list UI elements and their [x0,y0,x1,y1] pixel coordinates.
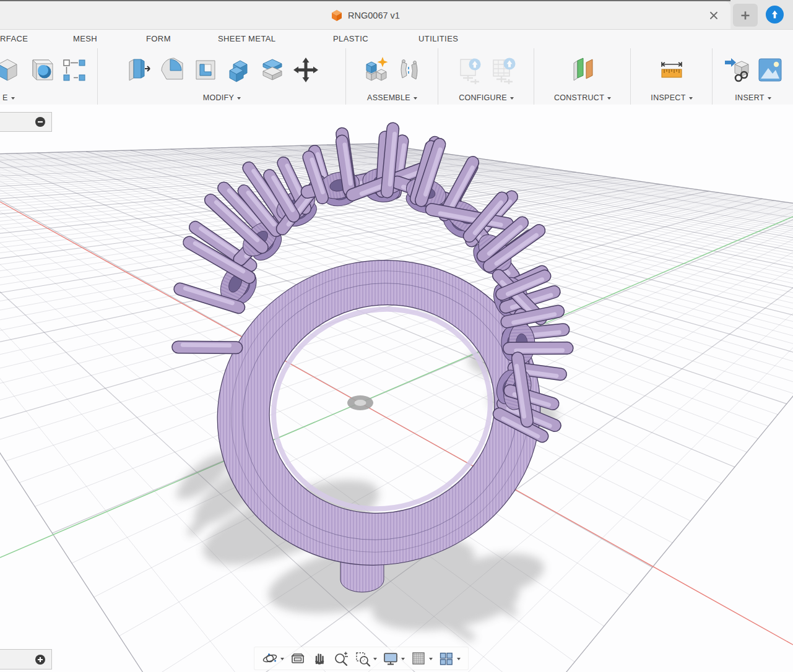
configure-group-label[interactable]: CONFIGURE [459,91,514,105]
zoom-window-icon [355,650,371,666]
construction-plane-icon[interactable] [568,54,597,86]
inspect-group-label[interactable]: INSPECT [651,91,692,105]
dropdown-caret-icon [414,97,417,101]
modify-group-label[interactable]: MODIFY [203,91,241,105]
fusion-sync-icon[interactable] [766,6,784,24]
toolbar-group-configure: CONFIGURE [438,48,534,105]
fillet-icon[interactable] [157,54,187,86]
new-tab-icon [740,11,750,20]
document-title-text: RNG0067 v1 [348,11,400,20]
split-body-icon[interactable] [258,54,287,86]
toolbar-group-inspect: INSPECT [630,48,713,105]
insert-group-label[interactable]: INSERT [735,91,771,105]
view-navigation-bar [254,647,469,670]
viewports-icon [438,650,454,666]
grid-display-button[interactable] [410,650,433,666]
tab-utilities[interactable]: UTILITIES [418,34,458,43]
display-settings-button[interactable] [383,650,405,666]
tab-sheet-metal[interactable]: SHEET METAL [218,34,276,43]
dropdown-caret-icon [689,97,693,101]
orbit-icon [262,650,278,666]
pan-button[interactable] [311,650,327,666]
insert-mesh-icon[interactable] [722,54,752,86]
new-component-icon[interactable] [361,54,391,86]
ribbon-tab-bar: RFACE MESH FORM SHEET METAL PLASTIC UTIL… [0,29,793,49]
assemble-group-label[interactable]: ASSEMBLE [367,91,417,105]
construct-group-label[interactable]: CONSTRUCT [554,91,611,105]
configuration-table-icon[interactable] [488,54,518,86]
dropdown-caret-icon [768,97,771,101]
display-settings-icon [383,650,399,666]
solid-cube-icon[interactable] [0,54,22,86]
timeline-panel-expand-handle[interactable] [0,649,52,670]
new-tab-button[interactable] [733,4,758,27]
joint-icon[interactable] [394,54,424,86]
measure-icon[interactable] [657,54,687,86]
dropdown-caret-icon [607,97,611,101]
browser-panel-collapse-handle[interactable] [0,112,52,132]
document-title: RNG0067 v1 [331,9,400,22]
zoom-icon [333,650,349,666]
pan-icon [311,650,327,666]
close-icon[interactable] [708,10,719,21]
rectangular-pattern-icon[interactable] [59,54,89,86]
dropdown-caret-icon [237,97,241,101]
look-at-icon [290,650,306,666]
tab-form[interactable]: FORM [146,34,171,43]
dropdown-caret-icon [373,658,377,662]
dropdown-caret-icon [510,97,514,101]
tab-surface[interactable]: RFACE [0,34,28,43]
ring-model-scene [0,105,793,672]
origin-icon[interactable] [347,395,373,410]
toolbar: E [0,48,793,105]
dropdown-caret-icon [280,658,284,662]
zoom-button[interactable] [333,650,349,666]
toolbar-group-construct: CONSTRUCT [534,48,631,105]
orbit-button[interactable] [262,650,284,666]
dropdown-caret-icon [401,658,405,662]
shell-icon[interactable] [191,54,220,86]
document-tab-bar: RNG0067 v1 [0,0,793,29]
look-at-button[interactable] [290,650,306,666]
viewports-button[interactable] [438,650,461,666]
dropdown-caret-icon [457,658,461,662]
hole-icon[interactable] [26,54,56,86]
toolbar-group-modify: MODIFY [97,48,346,105]
toolbar-group-create: E [0,48,97,105]
tab-mesh[interactable]: MESH [73,34,97,43]
dropdown-caret-icon [429,658,433,662]
model-viewport-canvas[interactable] [0,105,793,672]
press-pull-icon[interactable] [124,54,154,86]
configuration-icon[interactable] [455,54,485,86]
tab-plastic[interactable]: PLASTIC [333,34,368,43]
canvas-icon[interactable] [755,54,785,86]
create-group-label[interactable]: E [2,91,15,105]
move-icon[interactable] [291,54,321,86]
collapse-minus-icon[interactable] [35,116,46,127]
combine-icon[interactable] [224,54,254,86]
dropdown-caret-icon [11,97,15,101]
document-tab[interactable]: RNG0067 v1 [0,1,730,29]
zoom-window-button[interactable] [355,650,377,666]
grid-display-icon [410,650,427,666]
toolbar-group-insert: INSERT [712,48,793,105]
expand-plus-icon[interactable] [35,654,46,665]
component-cube-icon [331,9,343,22]
toolbar-group-assemble: ASSEMBLE [345,48,438,105]
